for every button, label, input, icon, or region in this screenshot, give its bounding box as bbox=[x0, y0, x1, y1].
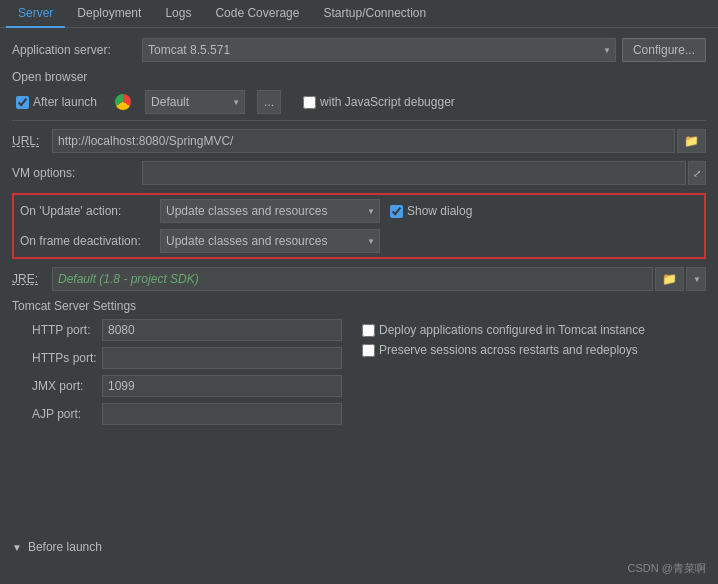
app-server-select[interactable]: Tomcat 8.5.571 bbox=[142, 38, 616, 62]
after-launch-label: After launch bbox=[33, 95, 97, 109]
js-debugger-checkbox[interactable] bbox=[303, 96, 316, 109]
on-frame-select-wrapper: Update classes and resources Hot swap cl… bbox=[160, 229, 380, 253]
chrome-icon bbox=[115, 94, 131, 110]
show-dialog-label: Show dialog bbox=[407, 204, 472, 218]
preserve-checkbox-wrapper[interactable]: Preserve sessions across restarts and re… bbox=[362, 343, 645, 357]
after-launch-checkbox[interactable] bbox=[16, 96, 29, 109]
jmx-port-row: JMX port: bbox=[12, 375, 342, 397]
on-frame-select[interactable]: Update classes and resources Hot swap cl… bbox=[160, 229, 380, 253]
browser-select-wrapper: Default bbox=[145, 90, 245, 114]
tomcat-settings-label: Tomcat Server Settings bbox=[12, 299, 706, 313]
settings-columns: HTTP port: HTTPs port: JMX port: AJP por… bbox=[12, 319, 706, 431]
chevron-down-icon: ▼ bbox=[12, 542, 22, 553]
jmx-port-label: JMX port: bbox=[12, 379, 102, 393]
before-launch-section[interactable]: ▼ Before launch bbox=[12, 540, 102, 554]
ajp-port-label: AJP port: bbox=[12, 407, 102, 421]
tab-deployment[interactable]: Deployment bbox=[65, 0, 153, 28]
url-label: URL: bbox=[12, 134, 52, 148]
jre-browse-button[interactable]: 📁 bbox=[655, 267, 684, 291]
http-port-label: HTTP port: bbox=[12, 323, 102, 337]
vm-options-label: VM options: bbox=[12, 166, 142, 180]
expand-icon: ⤢ bbox=[693, 168, 701, 179]
vm-expand-button[interactable]: ⤢ bbox=[688, 161, 706, 185]
js-debugger-label: with JavaScript debugger bbox=[320, 95, 455, 109]
https-port-row: HTTPs port: bbox=[12, 347, 342, 369]
main-content: Application server: Tomcat 8.5.571 Confi… bbox=[0, 28, 718, 441]
deploy-label: Deploy applications configured in Tomcat… bbox=[379, 323, 645, 337]
tab-startup-connection[interactable]: Startup/Connection bbox=[311, 0, 438, 28]
after-launch-checkbox-wrapper[interactable]: After launch bbox=[16, 95, 97, 109]
right-deploy-options: Deploy applications configured in Tomcat… bbox=[362, 319, 645, 357]
tab-bar: Server Deployment Logs Code Coverage Sta… bbox=[0, 0, 718, 28]
on-update-select-wrapper: Update classes and resources Hot swap cl… bbox=[160, 199, 380, 223]
http-port-input[interactable] bbox=[102, 319, 342, 341]
url-input[interactable] bbox=[52, 129, 675, 153]
ajp-port-row: AJP port: bbox=[12, 403, 342, 425]
jre-row: JRE: 📁 bbox=[12, 267, 706, 291]
show-dialog-checkbox[interactable] bbox=[390, 205, 403, 218]
preserve-checkbox[interactable] bbox=[362, 344, 375, 357]
http-port-row: HTTP port: bbox=[12, 319, 342, 341]
vm-options-input[interactable] bbox=[142, 161, 686, 185]
jre-label: JRE: bbox=[12, 272, 52, 286]
configure-button[interactable]: Configure... bbox=[622, 38, 706, 62]
jre-input[interactable] bbox=[52, 267, 653, 291]
deploy-checkbox-wrapper[interactable]: Deploy applications configured in Tomcat… bbox=[362, 323, 645, 337]
on-update-select[interactable]: Update classes and resources Hot swap cl… bbox=[160, 199, 380, 223]
url-row: URL: 📁 bbox=[12, 129, 706, 153]
tomcat-server-settings: Tomcat Server Settings HTTP port: HTTPs … bbox=[12, 299, 706, 431]
ajp-port-input[interactable] bbox=[102, 403, 342, 425]
vm-options-row: VM options: ⤢ bbox=[12, 161, 706, 185]
show-dialog-wrapper[interactable]: Show dialog bbox=[390, 204, 472, 218]
tab-logs[interactable]: Logs bbox=[153, 0, 203, 28]
js-debugger-wrapper[interactable]: with JavaScript debugger bbox=[303, 95, 455, 109]
browse-button[interactable]: ... bbox=[257, 90, 281, 114]
tab-code-coverage[interactable]: Code Coverage bbox=[203, 0, 311, 28]
deploy-checkbox[interactable] bbox=[362, 324, 375, 337]
url-browse-button[interactable]: 📁 bbox=[677, 129, 706, 153]
https-port-input[interactable] bbox=[102, 347, 342, 369]
highlight-box: On 'Update' action: Update classes and r… bbox=[12, 193, 706, 259]
watermark: CSDN @青菜啊 bbox=[628, 561, 706, 576]
app-server-label: Application server: bbox=[12, 43, 142, 57]
before-launch-label: Before launch bbox=[28, 540, 102, 554]
on-update-row: On 'Update' action: Update classes and r… bbox=[20, 199, 698, 223]
on-frame-row: On frame deactivation: Update classes an… bbox=[20, 229, 698, 253]
jmx-port-input[interactable] bbox=[102, 375, 342, 397]
folder-icon: 📁 bbox=[684, 134, 699, 148]
open-browser-section: Open browser After launch Default ... wi… bbox=[12, 70, 706, 114]
browser-select[interactable]: Default bbox=[145, 90, 245, 114]
app-server-select-wrapper: Tomcat 8.5.571 bbox=[142, 38, 616, 62]
open-browser-row: After launch Default ... with JavaScript… bbox=[12, 90, 706, 114]
on-frame-label: On frame deactivation: bbox=[20, 234, 160, 248]
on-update-label: On 'Update' action: bbox=[20, 204, 160, 218]
app-server-row: Application server: Tomcat 8.5.571 Confi… bbox=[12, 38, 706, 62]
jre-dropdown[interactable] bbox=[686, 267, 706, 291]
jre-dropdown-wrapper bbox=[686, 267, 706, 291]
https-port-label: HTTPs port: bbox=[12, 351, 102, 365]
preserve-label: Preserve sessions across restarts and re… bbox=[379, 343, 638, 357]
open-browser-label: Open browser bbox=[12, 70, 706, 84]
folder-icon-2: 📁 bbox=[662, 272, 677, 286]
tab-server[interactable]: Server bbox=[6, 0, 65, 28]
port-fields: HTTP port: HTTPs port: JMX port: AJP por… bbox=[12, 319, 342, 431]
